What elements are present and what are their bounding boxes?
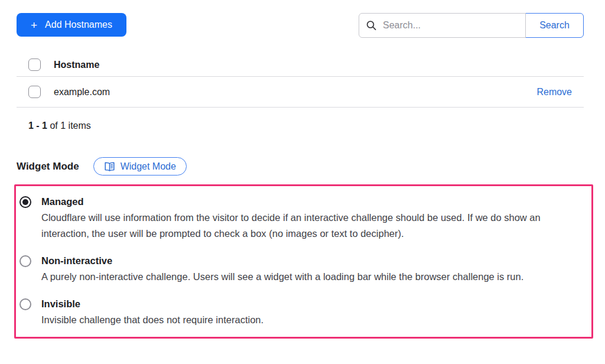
widget-mode-row: Widget Mode Widget Mode [17, 157, 605, 176]
widget-mode-docs-button[interactable]: Widget Mode [93, 157, 187, 176]
option-description: Cloudflare will use information from the… [41, 210, 576, 242]
option-title: Managed [41, 194, 576, 210]
open-book-icon [104, 162, 115, 171]
search-group: Search [359, 13, 584, 38]
remove-link[interactable]: Remove [536, 87, 584, 98]
search-button[interactable]: Search [525, 13, 584, 38]
option-description: Invisible challenge that does not requir… [41, 312, 264, 328]
option-managed: Managed Cloudflare will use information … [19, 194, 580, 242]
radio-managed[interactable] [19, 196, 31, 208]
search-field [359, 13, 526, 38]
option-text: Non-interactive A purely non-interactive… [41, 253, 523, 285]
add-hostnames-label: Add Hostnames [45, 20, 112, 30]
pagination-range: 1 - 1 [28, 121, 47, 131]
row-checkbox[interactable] [28, 86, 41, 98]
widget-mode-pill-label: Widget Mode [121, 161, 176, 172]
search-input[interactable] [359, 13, 526, 38]
widget-mode-options-highlight-box: Managed Cloudflare will use information … [14, 184, 593, 339]
option-text: Managed Cloudflare will use information … [41, 194, 576, 242]
radio-invisible[interactable] [19, 298, 31, 310]
pagination-suffix: of 1 items [47, 121, 91, 131]
option-invisible: Invisible Invisible challenge that does … [19, 296, 580, 328]
radio-non-interactive[interactable] [19, 255, 31, 267]
option-non-interactive: Non-interactive A purely non-interactive… [19, 253, 580, 285]
option-title: Invisible [41, 296, 264, 312]
top-bar: + Add Hostnames Search [0, 0, 605, 38]
plus-icon: + [31, 20, 37, 31]
option-description: A purely non-interactive challenge. User… [41, 269, 523, 285]
pagination-status: 1 - 1 of 1 items [28, 121, 605, 131]
table-row: example.com Remove [17, 77, 584, 108]
select-all-checkbox[interactable] [28, 58, 41, 71]
hostname-column-header: Hostname [54, 60, 99, 70]
widget-mode-label: Widget Mode [17, 161, 79, 173]
option-text: Invisible Invisible challenge that does … [41, 296, 264, 328]
option-title: Non-interactive [41, 253, 523, 269]
add-hostnames-button[interactable]: + Add Hostnames [17, 13, 126, 37]
table-header-row: Hostname [17, 53, 584, 77]
turnstile-hostnames-page: + Add Hostnames Search Hostname [0, 0, 605, 364]
hostname-cell: example.com [54, 87, 110, 98]
hostnames-table: Hostname example.com Remove [17, 53, 584, 108]
